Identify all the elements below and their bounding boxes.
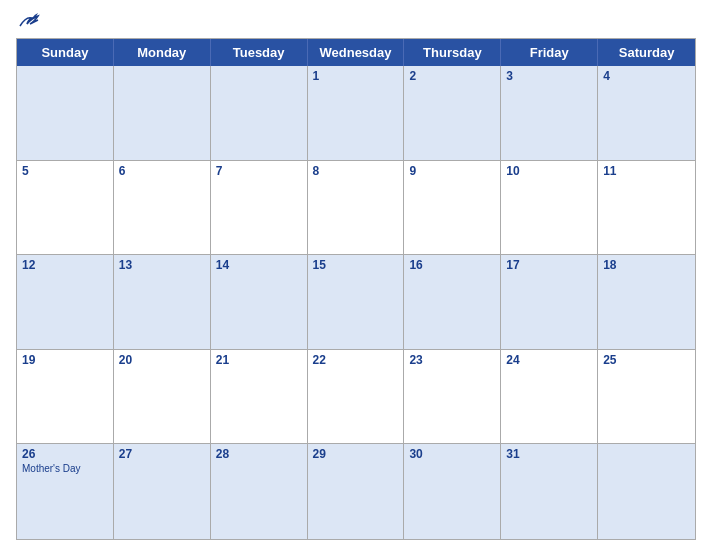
- calendar-cell: [211, 66, 308, 161]
- calendar-week-1: 1234: [17, 66, 695, 161]
- date-number: 14: [216, 258, 302, 272]
- date-number: 9: [409, 164, 495, 178]
- date-number: 15: [313, 258, 399, 272]
- date-number: 2: [409, 69, 495, 83]
- calendar-cell: 5: [17, 161, 114, 256]
- date-number: 19: [22, 353, 108, 367]
- calendar-cell: [17, 66, 114, 161]
- page-header: [16, 12, 696, 30]
- header-day-monday: Monday: [114, 39, 211, 66]
- calendar-cell: 31: [501, 444, 598, 539]
- date-number: 17: [506, 258, 592, 272]
- logo: [16, 12, 42, 30]
- holiday-label: Mother's Day: [22, 463, 108, 474]
- calendar-header-row: SundayMondayTuesdayWednesdayThursdayFrid…: [17, 39, 695, 66]
- calendar-cell: 26Mother's Day: [17, 444, 114, 539]
- calendar-cell: 18: [598, 255, 695, 350]
- calendar-cell: 13: [114, 255, 211, 350]
- date-number: 13: [119, 258, 205, 272]
- calendar-cell: 6: [114, 161, 211, 256]
- calendar-cell: 23: [404, 350, 501, 445]
- calendar-cell: 9: [404, 161, 501, 256]
- date-number: 24: [506, 353, 592, 367]
- calendar-cell: 7: [211, 161, 308, 256]
- date-number: 12: [22, 258, 108, 272]
- date-number: 16: [409, 258, 495, 272]
- date-number: 5: [22, 164, 108, 178]
- calendar-cell: 28: [211, 444, 308, 539]
- date-number: 20: [119, 353, 205, 367]
- date-number: 28: [216, 447, 302, 461]
- date-number: 26: [22, 447, 108, 461]
- calendar-cell: 16: [404, 255, 501, 350]
- date-number: 23: [409, 353, 495, 367]
- header-day-saturday: Saturday: [598, 39, 695, 66]
- header-day-friday: Friday: [501, 39, 598, 66]
- header-day-tuesday: Tuesday: [211, 39, 308, 66]
- calendar-page: SundayMondayTuesdayWednesdayThursdayFrid…: [0, 0, 712, 550]
- date-number: 8: [313, 164, 399, 178]
- calendar-cell: 1: [308, 66, 405, 161]
- date-number: 21: [216, 353, 302, 367]
- date-number: 27: [119, 447, 205, 461]
- calendar-cell: 22: [308, 350, 405, 445]
- date-number: 10: [506, 164, 592, 178]
- header-day-sunday: Sunday: [17, 39, 114, 66]
- calendar-cell: 2: [404, 66, 501, 161]
- calendar-cell: 3: [501, 66, 598, 161]
- calendar-week-4: 19202122232425: [17, 350, 695, 445]
- calendar-week-2: 567891011: [17, 161, 695, 256]
- calendar-cell: 10: [501, 161, 598, 256]
- calendar-body: 1234567891011121314151617181920212223242…: [17, 66, 695, 539]
- calendar-cell: 21: [211, 350, 308, 445]
- header-day-thursday: Thursday: [404, 39, 501, 66]
- date-number: 4: [603, 69, 690, 83]
- calendar-cell: 30: [404, 444, 501, 539]
- date-number: 7: [216, 164, 302, 178]
- date-number: 6: [119, 164, 205, 178]
- date-number: 25: [603, 353, 690, 367]
- date-number: 30: [409, 447, 495, 461]
- logo-bird-icon: [18, 12, 40, 30]
- date-number: 22: [313, 353, 399, 367]
- date-number: 29: [313, 447, 399, 461]
- calendar-cell: 12: [17, 255, 114, 350]
- header-day-wednesday: Wednesday: [308, 39, 405, 66]
- calendar-cell: 20: [114, 350, 211, 445]
- calendar-cell: 17: [501, 255, 598, 350]
- calendar-cell: 19: [17, 350, 114, 445]
- date-number: 31: [506, 447, 592, 461]
- calendar-week-3: 12131415161718: [17, 255, 695, 350]
- calendar-cell: 24: [501, 350, 598, 445]
- calendar-cell: 4: [598, 66, 695, 161]
- date-number: 18: [603, 258, 690, 272]
- calendar-cell: 11: [598, 161, 695, 256]
- calendar-cell: 15: [308, 255, 405, 350]
- calendar-week-5: 26Mother's Day2728293031: [17, 444, 695, 539]
- calendar-cell: 29: [308, 444, 405, 539]
- calendar-cell: 8: [308, 161, 405, 256]
- calendar-cell: [598, 444, 695, 539]
- date-number: 3: [506, 69, 592, 83]
- calendar-cell: [114, 66, 211, 161]
- calendar-cell: 25: [598, 350, 695, 445]
- calendar-grid: SundayMondayTuesdayWednesdayThursdayFrid…: [16, 38, 696, 540]
- calendar-cell: 14: [211, 255, 308, 350]
- date-number: 1: [313, 69, 399, 83]
- date-number: 11: [603, 164, 690, 178]
- calendar-cell: 27: [114, 444, 211, 539]
